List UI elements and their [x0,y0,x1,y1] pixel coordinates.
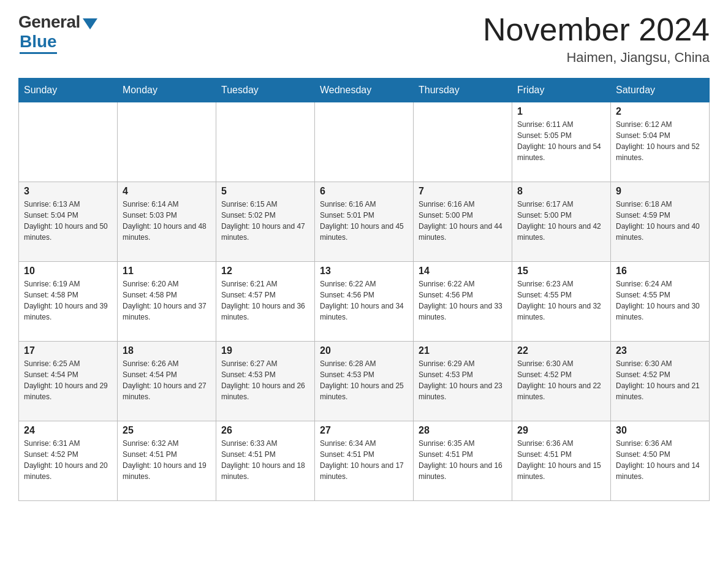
day-info-line: Daylight: 10 hours and 44 minutes. [419,221,507,243]
page-header: General Blue November 2024 Haimen, Jiang… [18,12,710,66]
day-number: 28 [419,425,507,436]
calendar-cell [414,102,512,182]
day-info-line: Daylight: 10 hours and 20 minutes. [24,460,112,482]
day-info: Sunrise: 6:15 AMSunset: 5:02 PMDaylight:… [221,199,309,243]
day-info: Sunrise: 6:20 AMSunset: 4:58 PMDaylight:… [123,278,211,323]
day-info-line: Sunset: 4:52 PM [616,369,704,380]
day-info-line: Sunset: 5:05 PM [517,130,605,141]
day-info-line: Sunset: 4:52 PM [24,449,112,460]
day-number: 25 [123,425,211,436]
day-info-line: Daylight: 10 hours and 42 minutes. [517,221,605,243]
day-info-line: Sunset: 4:54 PM [123,369,211,380]
day-info-line: Sunset: 4:53 PM [221,369,309,380]
calendar-cell: 17Sunrise: 6:25 AMSunset: 4:54 PMDayligh… [19,342,118,421]
day-info-line: Daylight: 10 hours and 22 minutes. [517,380,605,402]
day-info: Sunrise: 6:18 AMSunset: 4:59 PMDaylight:… [616,199,704,243]
day-info: Sunrise: 6:22 AMSunset: 4:56 PMDaylight:… [320,278,408,323]
day-info-line: Sunset: 5:04 PM [616,130,704,141]
day-number: 23 [616,345,704,356]
day-info-line: Sunrise: 6:35 AM [419,438,507,449]
day-info: Sunrise: 6:35 AMSunset: 4:51 PMDaylight:… [419,438,507,482]
calendar-cell: 2Sunrise: 6:12 AMSunset: 5:04 PMDaylight… [611,102,710,182]
day-info-line: Sunset: 4:54 PM [24,369,112,380]
day-info-line: Sunrise: 6:36 AM [616,438,704,449]
day-info-line: Sunrise: 6:16 AM [419,199,507,210]
day-number: 18 [123,345,211,356]
day-info-line: Sunrise: 6:20 AM [123,278,211,289]
day-info-line: Sunset: 4:56 PM [419,289,507,301]
day-info-line: Sunrise: 6:31 AM [24,438,112,449]
day-number: 1 [517,106,605,117]
day-info-line: Sunrise: 6:28 AM [320,358,408,369]
day-info-line: Daylight: 10 hours and 33 minutes. [419,301,507,323]
weekday-header-thursday: Thursday [414,79,512,102]
day-number: 7 [419,186,507,197]
day-info: Sunrise: 6:36 AMSunset: 4:51 PMDaylight:… [517,438,605,482]
day-number: 20 [320,345,408,356]
day-info: Sunrise: 6:26 AMSunset: 4:54 PMDaylight:… [123,358,211,402]
calendar-cell: 3Sunrise: 6:13 AMSunset: 5:04 PMDaylight… [19,182,118,262]
day-info-line: Sunset: 4:56 PM [320,289,408,301]
calendar-cell: 30Sunrise: 6:36 AMSunset: 4:50 PMDayligh… [611,421,710,501]
day-info-line: Sunrise: 6:15 AM [221,199,309,210]
day-number: 29 [517,425,605,436]
day-number: 10 [24,266,112,277]
day-info: Sunrise: 6:28 AMSunset: 4:53 PMDaylight:… [320,358,408,402]
calendar-cell: 21Sunrise: 6:29 AMSunset: 4:53 PMDayligh… [414,342,512,421]
day-info-line: Sunrise: 6:26 AM [123,358,211,369]
day-info-line: Sunset: 4:51 PM [320,449,408,460]
calendar-cell: 8Sunrise: 6:17 AMSunset: 5:00 PMDaylight… [512,182,611,262]
logo-arrow-icon [83,18,97,29]
day-info-line: Daylight: 10 hours and 21 minutes. [616,380,704,402]
day-info: Sunrise: 6:13 AMSunset: 5:04 PMDaylight:… [24,199,112,243]
weekday-header-sunday: Sunday [19,79,118,102]
day-info-line: Sunset: 4:55 PM [517,289,605,301]
day-number: 2 [616,106,704,117]
calendar-cell: 14Sunrise: 6:22 AMSunset: 4:56 PMDayligh… [414,262,512,342]
day-number: 21 [419,345,507,356]
calendar-cell: 11Sunrise: 6:20 AMSunset: 4:58 PMDayligh… [118,262,216,342]
day-info-line: Sunset: 5:01 PM [320,210,408,221]
weekday-header-monday: Monday [118,79,216,102]
day-info-line: Sunrise: 6:30 AM [517,358,605,369]
day-info-line: Sunset: 4:57 PM [221,289,309,301]
day-number: 16 [616,266,704,277]
weekday-header-friday: Friday [512,79,611,102]
day-info-line: Sunset: 5:02 PM [221,210,309,221]
day-info-line: Sunrise: 6:13 AM [24,199,112,210]
day-info-line: Sunrise: 6:22 AM [320,278,408,289]
day-info: Sunrise: 6:14 AMSunset: 5:03 PMDaylight:… [123,199,211,243]
day-info-line: Daylight: 10 hours and 47 minutes. [221,221,309,243]
day-info: Sunrise: 6:27 AMSunset: 4:53 PMDaylight:… [221,358,309,402]
day-info-line: Daylight: 10 hours and 36 minutes. [221,301,309,323]
day-info-line: Sunset: 4:58 PM [24,289,112,301]
day-number: 22 [517,345,605,356]
day-info-line: Sunset: 4:53 PM [419,369,507,380]
calendar-cell [315,102,414,182]
day-number: 27 [320,425,408,436]
day-info-line: Sunset: 4:51 PM [419,449,507,460]
day-info-line: Daylight: 10 hours and 29 minutes. [24,380,112,402]
day-number: 24 [24,425,112,436]
calendar-cell: 27Sunrise: 6:34 AMSunset: 4:51 PMDayligh… [315,421,414,501]
day-number: 5 [221,186,309,197]
day-info-line: Daylight: 10 hours and 40 minutes. [616,221,704,243]
day-number: 14 [419,266,507,277]
calendar-cell [118,102,216,182]
calendar-cell: 20Sunrise: 6:28 AMSunset: 4:53 PMDayligh… [315,342,414,421]
day-number: 19 [221,345,309,356]
day-info: Sunrise: 6:25 AMSunset: 4:54 PMDaylight:… [24,358,112,402]
day-info-line: Daylight: 10 hours and 23 minutes. [419,380,507,402]
day-info-line: Sunset: 4:59 PM [616,210,704,221]
day-info-line: Sunset: 5:00 PM [419,210,507,221]
day-info-line: Daylight: 10 hours and 27 minutes. [123,380,211,402]
day-number: 11 [123,266,211,277]
day-info: Sunrise: 6:16 AMSunset: 5:01 PMDaylight:… [320,199,408,243]
day-info: Sunrise: 6:12 AMSunset: 5:04 PMDaylight:… [616,119,704,163]
calendar-cell [19,102,118,182]
day-info-line: Sunset: 4:50 PM [616,449,704,460]
day-info-line: Sunrise: 6:17 AM [517,199,605,210]
day-number: 30 [616,425,704,436]
week-row-1: 1Sunrise: 6:11 AMSunset: 5:05 PMDaylight… [19,102,710,182]
day-info-line: Sunset: 5:03 PM [123,210,211,221]
